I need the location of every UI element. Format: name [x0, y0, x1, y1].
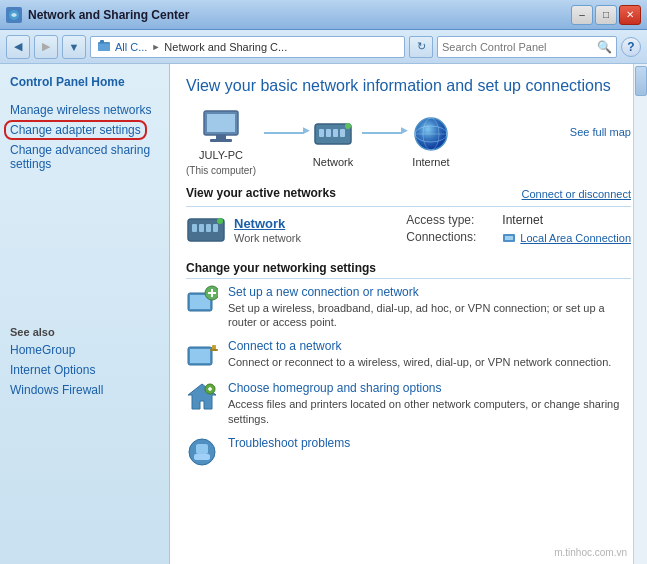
- svg-rect-32: [190, 349, 210, 363]
- network-info-right: Access type: Internet Connections: Local…: [406, 213, 631, 249]
- control-panel-home-link[interactable]: Control Panel Home: [10, 75, 125, 89]
- svg-rect-3: [100, 40, 104, 43]
- active-networks-title: View your active networks: [186, 186, 336, 203]
- active-network-icon: [186, 213, 226, 249]
- connect-disconnect-link[interactable]: Connect or disconnect: [522, 188, 631, 200]
- troubleshoot-icon: [186, 436, 218, 468]
- connection-icon: [502, 230, 516, 247]
- network-name-link[interactable]: Network: [234, 216, 301, 231]
- address-bar: ◀ ▶ ▼ All C... ► Network and Sharing C..…: [0, 30, 647, 64]
- content-area: View your basic network information and …: [170, 64, 647, 564]
- svg-rect-22: [213, 224, 218, 232]
- path-part-2: Network and Sharing C...: [164, 41, 287, 53]
- back-button[interactable]: ◀: [6, 35, 30, 59]
- svg-rect-40: [196, 444, 208, 454]
- page-title: View your basic network information and …: [186, 76, 631, 97]
- svg-rect-11: [333, 129, 338, 137]
- sidebar-item-internet-options[interactable]: Internet Options: [0, 360, 169, 380]
- sidebar-item-change-advanced[interactable]: Change advanced sharing settings: [0, 140, 169, 174]
- diagram-computer: JULY-PC (This computer): [186, 109, 256, 176]
- change-adapter-link[interactable]: Change adapter settings: [10, 123, 141, 137]
- sidebar-item-control-panel-home[interactable]: Control Panel Home: [0, 72, 169, 92]
- sidebar: Control Panel Home Manage wireless netwo…: [0, 64, 170, 564]
- network-info-left: Network Work network: [186, 213, 396, 249]
- svg-rect-5: [207, 114, 235, 132]
- sidebar-item-windows-firewall[interactable]: Windows Firewall: [0, 380, 169, 400]
- setting-item-homegroup: Choose homegroup and sharing options Acc…: [186, 381, 631, 426]
- svg-rect-41: [194, 454, 210, 460]
- setting-item-setup-connection: Set up a new connection or network Set u…: [186, 285, 631, 330]
- svg-rect-2: [98, 44, 110, 51]
- path-icon: [97, 39, 111, 55]
- connections-label: Connections:: [406, 230, 496, 247]
- troubleshoot-text: Troubleshoot problems: [228, 436, 350, 452]
- setting-item-connect-network: Connect to a network Connect or reconnec…: [186, 339, 631, 371]
- svg-rect-25: [505, 236, 513, 240]
- network-type: Work network: [234, 232, 301, 244]
- setup-connection-text: Set up a new connection or network Set u…: [228, 285, 631, 330]
- setup-connection-icon: [186, 285, 218, 317]
- connect-network-title[interactable]: Connect to a network: [228, 339, 611, 353]
- active-networks: Network Work network Access type: Intern…: [186, 213, 631, 249]
- diagram-network: Network: [312, 116, 354, 168]
- change-settings-title: Change your networking settings: [186, 261, 631, 279]
- svg-rect-21: [206, 224, 211, 232]
- sidebar-item-homegroup[interactable]: HomeGroup: [0, 340, 169, 360]
- windows-firewall-link[interactable]: Windows Firewall: [10, 383, 103, 397]
- network-icon: [312, 116, 354, 152]
- window-controls: – □ ✕: [571, 5, 641, 25]
- svg-rect-19: [192, 224, 197, 232]
- see-full-map-link[interactable]: See full map: [570, 126, 631, 158]
- svg-rect-10: [326, 129, 331, 137]
- search-input[interactable]: [442, 41, 597, 53]
- forward-button[interactable]: ▶: [34, 35, 58, 59]
- scrollbar[interactable]: [633, 64, 647, 564]
- homegroup-icon: [186, 381, 218, 413]
- minimize-button[interactable]: –: [571, 5, 593, 25]
- sidebar-item-change-adapter[interactable]: Change adapter settings: [0, 120, 169, 140]
- svg-point-23: [217, 218, 223, 224]
- computer-sub-label: (This computer): [186, 165, 256, 176]
- homegroup-link[interactable]: HomeGroup: [10, 343, 75, 357]
- active-networks-header: View your active networks Connect or dis…: [186, 186, 631, 207]
- change-advanced-link[interactable]: Change advanced sharing settings: [10, 143, 150, 171]
- dropdown-button[interactable]: ▼: [62, 35, 86, 59]
- setup-connection-title[interactable]: Set up a new connection or network: [228, 285, 631, 299]
- troubleshoot-title[interactable]: Troubleshoot problems: [228, 436, 350, 450]
- access-type-label: Access type:: [406, 213, 496, 227]
- svg-rect-20: [199, 224, 204, 232]
- see-also-title: See also: [0, 322, 169, 340]
- connections-row: Connections: Local Area Connection: [406, 230, 631, 247]
- arrow-2: [354, 132, 410, 152]
- network-label: Network: [313, 156, 353, 168]
- internet-options-link[interactable]: Internet Options: [10, 363, 95, 377]
- path-part-1: All C...: [115, 41, 147, 53]
- manage-wireless-link[interactable]: Manage wireless networks: [10, 103, 151, 117]
- globe-icon: [410, 116, 452, 152]
- scrollbar-thumb[interactable]: [635, 66, 647, 96]
- svg-rect-9: [319, 129, 324, 137]
- title-bar: Network and Sharing Center – □ ✕: [0, 0, 647, 30]
- search-box[interactable]: 🔍: [437, 36, 617, 58]
- address-path[interactable]: All C... ► Network and Sharing C...: [90, 36, 405, 58]
- diagram-internet: Internet: [410, 116, 452, 168]
- help-button[interactable]: ?: [621, 37, 641, 57]
- change-adapter-highlight: Change adapter settings: [10, 123, 141, 137]
- sidebar-item-manage-wireless[interactable]: Manage wireless networks: [0, 100, 169, 120]
- search-icon[interactable]: 🔍: [597, 40, 612, 54]
- maximize-button[interactable]: □: [595, 5, 617, 25]
- watermark: m.tinhoc.com.vn: [554, 547, 627, 558]
- network-name-area: Network Work network: [234, 216, 301, 245]
- homegroup-title[interactable]: Choose homegroup and sharing options: [228, 381, 631, 395]
- access-type-row: Access type: Internet: [406, 213, 631, 227]
- refresh-button[interactable]: ↻: [409, 36, 433, 58]
- svg-rect-6: [216, 135, 226, 139]
- svg-rect-7: [210, 139, 232, 142]
- close-button[interactable]: ✕: [619, 5, 641, 25]
- computer-icon: [200, 109, 242, 145]
- computer-label: JULY-PC: [199, 149, 243, 161]
- path-arrow-1: ►: [151, 42, 160, 52]
- connections-value-link[interactable]: Local Area Connection: [520, 232, 631, 244]
- window-title: Network and Sharing Center: [28, 8, 571, 22]
- main-area: Control Panel Home Manage wireless netwo…: [0, 64, 647, 564]
